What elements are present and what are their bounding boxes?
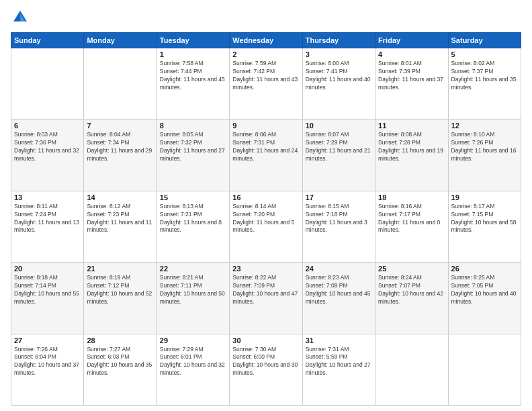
day-number: 19 bbox=[451, 193, 518, 201]
calendar-cell: 9Sunrise: 8:06 AM Sunset: 7:31 PM Daylig… bbox=[230, 120, 302, 191]
day-number: 17 bbox=[306, 193, 372, 201]
day-number: 10 bbox=[306, 122, 372, 130]
day-number: 30 bbox=[232, 336, 299, 345]
calendar-cell: 29Sunrise: 7:29 AM Sunset: 6:01 PM Dayli… bbox=[157, 334, 229, 405]
day-info: Sunrise: 8:22 AM Sunset: 7:09 PM Dayligh… bbox=[232, 274, 299, 306]
calendar-cell: 31Sunrise: 7:31 AM Sunset: 5:59 PM Dayli… bbox=[302, 334, 375, 405]
day-info: Sunrise: 7:27 AM Sunset: 6:03 PM Dayligh… bbox=[87, 346, 153, 378]
day-number: 23 bbox=[232, 265, 299, 273]
day-number: 15 bbox=[160, 193, 226, 201]
day-info: Sunrise: 8:02 AM Sunset: 7:37 PM Dayligh… bbox=[451, 60, 518, 92]
calendar-cell: 10Sunrise: 8:07 AM Sunset: 7:29 PM Dayli… bbox=[302, 120, 375, 191]
col-friday: Friday bbox=[375, 33, 448, 48]
day-info: Sunrise: 8:11 AM Sunset: 7:24 PM Dayligh… bbox=[14, 203, 81, 235]
day-info: Sunrise: 8:19 AM Sunset: 7:12 PM Dayligh… bbox=[87, 274, 153, 306]
day-info: Sunrise: 7:26 AM Sunset: 6:04 PM Dayligh… bbox=[14, 346, 81, 378]
calendar-cell: 18Sunrise: 8:16 AM Sunset: 7:17 PM Dayli… bbox=[375, 191, 448, 262]
calendar-week-row: 13Sunrise: 8:11 AM Sunset: 7:24 PM Dayli… bbox=[11, 191, 521, 262]
calendar-cell: 2Sunrise: 7:59 AM Sunset: 7:42 PM Daylig… bbox=[230, 48, 302, 120]
calendar-cell: 17Sunrise: 8:15 AM Sunset: 7:18 PM Dayli… bbox=[302, 191, 375, 262]
day-number: 5 bbox=[451, 50, 518, 58]
day-info: Sunrise: 8:21 AM Sunset: 7:11 PM Dayligh… bbox=[160, 274, 226, 306]
day-number: 11 bbox=[378, 122, 445, 130]
day-info: Sunrise: 8:13 AM Sunset: 7:21 PM Dayligh… bbox=[160, 203, 226, 235]
day-info: Sunrise: 7:31 AM Sunset: 5:59 PM Dayligh… bbox=[306, 346, 372, 378]
day-info: Sunrise: 8:06 AM Sunset: 7:31 PM Dayligh… bbox=[232, 131, 299, 163]
day-number: 31 bbox=[306, 336, 372, 345]
day-info: Sunrise: 8:01 AM Sunset: 7:39 PM Dayligh… bbox=[378, 60, 445, 92]
day-info: Sunrise: 8:10 AM Sunset: 7:26 PM Dayligh… bbox=[451, 131, 518, 163]
day-info: Sunrise: 7:58 AM Sunset: 7:44 PM Dayligh… bbox=[160, 60, 226, 92]
day-info: Sunrise: 8:15 AM Sunset: 7:18 PM Dayligh… bbox=[306, 203, 372, 235]
day-number: 12 bbox=[451, 122, 518, 130]
col-wednesday: Wednesday bbox=[230, 33, 302, 48]
day-info: Sunrise: 7:30 AM Sunset: 6:00 PM Dayligh… bbox=[232, 346, 299, 378]
col-thursday: Thursday bbox=[302, 33, 375, 48]
calendar-week-row: 20Sunrise: 8:18 AM Sunset: 7:14 PM Dayli… bbox=[11, 263, 521, 334]
calendar-cell: 20Sunrise: 8:18 AM Sunset: 7:14 PM Dayli… bbox=[11, 263, 84, 334]
calendar-cell: 11Sunrise: 8:08 AM Sunset: 7:28 PM Dayli… bbox=[375, 120, 448, 191]
day-number: 2 bbox=[232, 50, 299, 58]
calendar-cell: 13Sunrise: 8:11 AM Sunset: 7:24 PM Dayli… bbox=[11, 191, 84, 262]
col-monday: Monday bbox=[84, 33, 157, 48]
day-number: 14 bbox=[87, 193, 153, 201]
calendar-cell: 27Sunrise: 7:26 AM Sunset: 6:04 PM Dayli… bbox=[11, 334, 84, 405]
calendar-week-row: 1Sunrise: 7:58 AM Sunset: 7:44 PM Daylig… bbox=[11, 48, 521, 120]
day-info: Sunrise: 8:18 AM Sunset: 7:14 PM Dayligh… bbox=[14, 274, 81, 306]
day-number: 7 bbox=[87, 122, 153, 130]
day-info: Sunrise: 8:17 AM Sunset: 7:15 PM Dayligh… bbox=[451, 203, 518, 235]
day-number: 9 bbox=[232, 122, 299, 130]
day-info: Sunrise: 7:29 AM Sunset: 6:01 PM Dayligh… bbox=[160, 346, 226, 378]
calendar-cell bbox=[448, 334, 521, 405]
calendar-cell: 5Sunrise: 8:02 AM Sunset: 7:37 PM Daylig… bbox=[448, 48, 521, 120]
day-info: Sunrise: 8:08 AM Sunset: 7:28 PM Dayligh… bbox=[378, 131, 445, 163]
day-info: Sunrise: 8:04 AM Sunset: 7:34 PM Dayligh… bbox=[87, 131, 153, 163]
day-number: 22 bbox=[160, 265, 226, 273]
day-info: Sunrise: 8:25 AM Sunset: 7:05 PM Dayligh… bbox=[451, 274, 518, 306]
calendar-cell bbox=[375, 334, 448, 405]
day-info: Sunrise: 8:12 AM Sunset: 7:23 PM Dayligh… bbox=[87, 203, 153, 235]
calendar-cell: 24Sunrise: 8:23 AM Sunset: 7:08 PM Dayli… bbox=[302, 263, 375, 334]
calendar-cell: 6Sunrise: 8:03 AM Sunset: 7:36 PM Daylig… bbox=[11, 120, 84, 191]
day-info: Sunrise: 8:14 AM Sunset: 7:20 PM Dayligh… bbox=[232, 203, 299, 235]
day-number: 16 bbox=[232, 193, 299, 201]
day-number: 21 bbox=[87, 265, 153, 273]
calendar-cell: 15Sunrise: 8:13 AM Sunset: 7:21 PM Dayli… bbox=[157, 191, 229, 262]
day-info: Sunrise: 8:07 AM Sunset: 7:29 PM Dayligh… bbox=[306, 131, 372, 163]
day-number: 26 bbox=[451, 265, 518, 273]
calendar-cell: 1Sunrise: 7:58 AM Sunset: 7:44 PM Daylig… bbox=[157, 48, 229, 120]
day-number: 28 bbox=[87, 336, 153, 345]
calendar-week-row: 27Sunrise: 7:26 AM Sunset: 6:04 PM Dayli… bbox=[11, 334, 521, 405]
calendar-cell: 8Sunrise: 8:05 AM Sunset: 7:32 PM Daylig… bbox=[157, 120, 229, 191]
day-number: 6 bbox=[14, 122, 81, 130]
day-number: 18 bbox=[378, 193, 445, 201]
calendar-cell bbox=[11, 48, 84, 120]
col-sunday: Sunday bbox=[11, 33, 84, 48]
day-number: 25 bbox=[378, 265, 445, 273]
calendar-header-row: Sunday Monday Tuesday Wednesday Thursday… bbox=[11, 33, 521, 48]
calendar-cell: 30Sunrise: 7:30 AM Sunset: 6:00 PM Dayli… bbox=[230, 334, 302, 405]
day-info: Sunrise: 7:59 AM Sunset: 7:42 PM Dayligh… bbox=[232, 60, 299, 92]
logo bbox=[11, 8, 32, 27]
calendar: Sunday Monday Tuesday Wednesday Thursday… bbox=[11, 32, 521, 406]
calendar-cell: 26Sunrise: 8:25 AM Sunset: 7:05 PM Dayli… bbox=[448, 263, 521, 334]
day-number: 29 bbox=[160, 336, 226, 345]
day-number: 27 bbox=[14, 336, 81, 345]
calendar-cell: 22Sunrise: 8:21 AM Sunset: 7:11 PM Dayli… bbox=[157, 263, 229, 334]
day-number: 24 bbox=[306, 265, 372, 273]
day-info: Sunrise: 8:16 AM Sunset: 7:17 PM Dayligh… bbox=[378, 203, 445, 235]
day-info: Sunrise: 8:00 AM Sunset: 7:41 PM Dayligh… bbox=[306, 60, 372, 92]
calendar-cell: 23Sunrise: 8:22 AM Sunset: 7:09 PM Dayli… bbox=[230, 263, 302, 334]
day-number: 3 bbox=[306, 50, 372, 58]
day-number: 20 bbox=[14, 265, 81, 273]
col-saturday: Saturday bbox=[448, 33, 521, 48]
page: Sunday Monday Tuesday Wednesday Thursday… bbox=[0, 0, 532, 411]
day-info: Sunrise: 8:05 AM Sunset: 7:32 PM Dayligh… bbox=[160, 131, 226, 163]
calendar-cell: 14Sunrise: 8:12 AM Sunset: 7:23 PM Dayli… bbox=[84, 191, 157, 262]
day-number: 8 bbox=[160, 122, 226, 130]
calendar-cell: 28Sunrise: 7:27 AM Sunset: 6:03 PM Dayli… bbox=[84, 334, 157, 405]
day-info: Sunrise: 8:24 AM Sunset: 7:07 PM Dayligh… bbox=[378, 274, 445, 306]
calendar-cell: 16Sunrise: 8:14 AM Sunset: 7:20 PM Dayli… bbox=[230, 191, 302, 262]
calendar-week-row: 6Sunrise: 8:03 AM Sunset: 7:36 PM Daylig… bbox=[11, 120, 521, 191]
calendar-cell: 25Sunrise: 8:24 AM Sunset: 7:07 PM Dayli… bbox=[375, 263, 448, 334]
